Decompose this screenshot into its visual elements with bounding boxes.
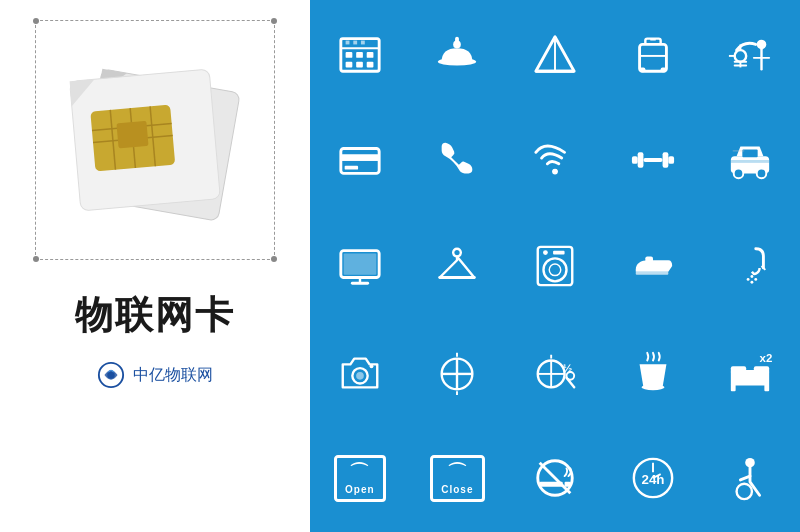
svg-point-105	[737, 484, 752, 499]
svg-rect-57	[344, 254, 377, 275]
tv-icon[interactable]	[312, 214, 408, 318]
svg-rect-95	[765, 384, 770, 392]
svg-rect-42	[341, 154, 379, 161]
sim-card-image	[55, 40, 255, 240]
svg-rect-98	[540, 482, 563, 487]
luggage-icon[interactable]	[605, 2, 701, 106]
svg-rect-35	[660, 67, 666, 72]
sim-card-frame	[35, 20, 275, 260]
svg-point-51	[734, 169, 744, 179]
card-icon[interactable]	[312, 108, 408, 212]
svg-rect-27	[455, 37, 459, 43]
svg-rect-94	[731, 384, 736, 392]
hotel-icon[interactable]	[312, 2, 408, 106]
svg-rect-32	[650, 39, 656, 41]
corner-dot-br	[271, 256, 277, 262]
svg-rect-67	[635, 272, 668, 275]
room-service-icon[interactable]	[410, 2, 506, 106]
svg-point-72	[751, 281, 754, 284]
brand-logo-icon	[97, 361, 125, 389]
svg-rect-55	[733, 150, 745, 151]
svg-rect-68	[645, 256, 653, 262]
svg-rect-93	[754, 366, 769, 374]
svg-rect-22	[345, 62, 352, 68]
svg-point-70	[755, 278, 758, 281]
svg-line-97	[540, 463, 571, 494]
icon-grid: ½ x2 ⌒ Open	[310, 0, 800, 532]
taxi-icon[interactable]	[702, 108, 798, 212]
open-label: Open	[345, 484, 375, 495]
twin-bed-icon[interactable]: x2	[702, 320, 798, 424]
shower-icon[interactable]	[702, 214, 798, 318]
svg-rect-17	[353, 41, 357, 45]
svg-point-37	[735, 50, 747, 62]
corner-dot-bl	[33, 256, 39, 262]
svg-rect-20	[356, 52, 363, 58]
hanger-icon[interactable]	[410, 214, 506, 318]
brand-row: 中亿物联网	[97, 361, 213, 389]
svg-rect-24	[367, 62, 374, 68]
24h-icon[interactable]: 24h	[605, 426, 701, 530]
half-board-icon[interactable]: ½	[507, 320, 603, 424]
svg-rect-23	[356, 62, 363, 68]
svg-point-89	[641, 384, 664, 390]
svg-rect-41	[341, 149, 379, 174]
coffee-icon[interactable]	[605, 320, 701, 424]
svg-rect-46	[637, 152, 643, 167]
svg-point-36	[757, 40, 767, 50]
svg-rect-45	[632, 156, 638, 164]
svg-rect-53	[743, 149, 758, 157]
camping-icon[interactable]	[507, 2, 603, 106]
gym-icon[interactable]	[605, 108, 701, 212]
svg-rect-99	[565, 482, 571, 487]
svg-rect-66	[553, 251, 565, 255]
svg-point-13	[107, 371, 114, 378]
svg-rect-92	[731, 366, 746, 374]
svg-point-63	[543, 258, 566, 281]
accessible-icon[interactable]	[702, 426, 798, 530]
svg-point-44	[552, 169, 558, 175]
svg-rect-18	[361, 41, 365, 45]
product-title: 物联网卡	[75, 290, 235, 341]
svg-rect-31	[639, 44, 666, 71]
brand-name: 中亿物联网	[133, 365, 213, 386]
svg-point-65	[543, 250, 548, 255]
restaurant-icon[interactable]	[410, 320, 506, 424]
svg-rect-49	[643, 158, 662, 162]
svg-rect-47	[662, 152, 668, 167]
svg-rect-19	[345, 52, 352, 58]
svg-rect-21	[367, 52, 374, 58]
svg-rect-16	[345, 41, 349, 45]
svg-point-75	[356, 372, 364, 380]
phone-icon[interactable]	[410, 108, 506, 212]
iron-icon[interactable]	[605, 214, 701, 318]
svg-rect-48	[668, 156, 674, 164]
close-sign[interactable]: ⌒ Close	[430, 455, 484, 502]
svg-rect-43	[344, 166, 357, 170]
left-panel: 物联网卡 中亿物联网	[0, 0, 310, 532]
open-sign[interactable]: ⌒ Open	[334, 455, 386, 502]
wifi-icon[interactable]	[507, 108, 603, 212]
close-sign-icon[interactable]: ⌒ Close	[410, 426, 506, 530]
close-label: Close	[441, 484, 473, 495]
svg-point-76	[369, 364, 373, 368]
svg-text:x2: x2	[760, 352, 773, 364]
svg-point-69	[751, 275, 754, 278]
climate-icon[interactable]	[702, 2, 798, 106]
svg-rect-34	[639, 67, 645, 72]
camera-icon[interactable]	[312, 320, 408, 424]
svg-rect-11	[116, 121, 148, 149]
svg-text:24h: 24h	[641, 472, 664, 487]
no-smoking-icon[interactable]	[507, 426, 603, 530]
svg-rect-54	[731, 160, 769, 163]
open-sign-icon[interactable]: ⌒ Open	[312, 426, 408, 530]
svg-point-52	[757, 169, 767, 179]
svg-point-71	[747, 278, 750, 281]
laundry-icon[interactable]	[507, 214, 603, 318]
svg-point-64	[549, 264, 561, 276]
